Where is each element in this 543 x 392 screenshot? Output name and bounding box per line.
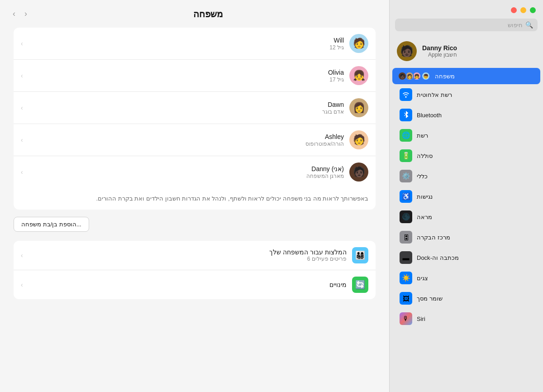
feature-icon: 👨‍👩‍👧‍👦 bbox=[352, 247, 368, 263]
feature-name: מינויים bbox=[329, 281, 347, 288]
member-info: Will גיל 12 bbox=[329, 37, 344, 51]
sidebar-item-siri[interactable]: Siri 🎙 bbox=[392, 309, 540, 329]
nav-icon: ▬ bbox=[400, 251, 412, 264]
chevron-left-icon: ‹ bbox=[21, 72, 23, 79]
member-name: Will bbox=[329, 37, 344, 44]
chevron-left-icon: ‹ bbox=[21, 136, 23, 143]
sidebar-item-מרכז-הבקרה[interactable]: מרכז הבקרה 🎛 bbox=[392, 227, 540, 247]
nav-item-label: כללי bbox=[417, 173, 428, 180]
member-age: אדם בוגר bbox=[322, 109, 344, 115]
feature-sub: 6 פריטים פעילים bbox=[269, 256, 347, 262]
sidebar-item-משפחה[interactable]: משפחה 👦 👧 👩 🧑🏿 bbox=[392, 68, 540, 84]
member-name: Dawn bbox=[322, 101, 344, 108]
search-bar[interactable]: 🔍 חיפוש bbox=[395, 19, 538, 31]
feature-icon: 🔄 bbox=[352, 277, 368, 293]
nav-icon: ♿ bbox=[400, 190, 412, 203]
member-row[interactable]: ‹ Olivia גיל 17 👧 bbox=[14, 60, 376, 92]
member-age: הורה/אפוטרופוס bbox=[305, 141, 344, 147]
nav-item-label: Siri bbox=[417, 316, 425, 322]
chevron-left-icon: ‹ bbox=[21, 40, 23, 47]
maximize-button[interactable] bbox=[530, 7, 536, 13]
main-panel: ‹ › משפחה ‹ Will גיל 12 🧑 ‹ Olivia גיל 1… bbox=[0, 0, 389, 392]
nav-item-label: מרכז הבקרה bbox=[417, 234, 450, 241]
nav-item-label: מראה bbox=[417, 214, 432, 220]
member-row[interactable]: ‹ Ashley הורה/אפוטרופוס 🧑 bbox=[14, 124, 376, 156]
member-name: Olivia bbox=[328, 69, 344, 76]
nav-item-label: רשת אלחוטית bbox=[417, 91, 452, 98]
nav-forward-button[interactable]: › bbox=[21, 7, 31, 20]
nav-icon: 🌑 bbox=[400, 210, 412, 223]
member-name: Ashley bbox=[305, 133, 344, 140]
member-row[interactable]: ‹ Will גיל 12 🧑 bbox=[14, 28, 376, 60]
bluetooth-icon bbox=[400, 109, 412, 121]
sidebar-item-מכתבה-וה-dock[interactable]: מכתבה וה-Dock ▬ bbox=[392, 248, 540, 268]
add-member-button[interactable]: הוספת בן/בת משפחה... bbox=[14, 217, 89, 232]
nav-icon: ⚙️ bbox=[400, 170, 412, 182]
sidebar-item-צגים[interactable]: צגים ☀️ bbox=[392, 268, 540, 288]
member-age: גיל 12 bbox=[329, 44, 344, 51]
search-icon: 🔍 bbox=[525, 21, 533, 29]
avatar: 🧑🏿 bbox=[397, 41, 417, 61]
sidebar-item-כללי[interactable]: כללי ⚙️ bbox=[392, 166, 540, 186]
feature-row[interactable]: ‹ המלצות עבור המשפחה שלך 6 פריטים פעילים… bbox=[14, 241, 376, 270]
member-info: Olivia גיל 17 bbox=[328, 69, 344, 83]
chevron-left-icon: ‹ bbox=[21, 104, 23, 111]
member-info: Danny (אני) מארגן המשפחה bbox=[306, 165, 344, 179]
nav-item-label: צגים bbox=[417, 275, 428, 282]
member-age: מארגן המשפחה bbox=[306, 173, 344, 179]
user-profile: Danny Rico חשבון Apple 🧑🏿 bbox=[390, 37, 543, 66]
nav-back-button[interactable]: ‹ bbox=[9, 7, 19, 20]
profile-sub: חשבון Apple bbox=[422, 52, 457, 58]
features-card: ‹ המלצות עבור המשפחה שלך 6 פריטים פעילים… bbox=[14, 241, 376, 299]
feature-info: מינויים bbox=[329, 281, 347, 288]
chevron-left-icon: ‹ bbox=[21, 281, 23, 288]
nav-item-label: רשת bbox=[417, 132, 428, 139]
nav-item-label: Bluetooth bbox=[417, 112, 442, 119]
profile-name: Danny Rico bbox=[422, 44, 457, 52]
member-row[interactable]: ‹ Dawn אדם בוגר 👩 bbox=[14, 92, 376, 124]
profile-info: Danny Rico חשבון Apple bbox=[422, 44, 457, 58]
close-button[interactable] bbox=[511, 7, 517, 13]
member-row[interactable]: ‹ Danny (אני) מארגן המשפחה 🧑🏿 bbox=[14, 156, 376, 188]
nav-icon: 🎛 bbox=[400, 231, 412, 244]
sidebar-item-רשת[interactable]: רשת 🌐 bbox=[392, 125, 540, 145]
chevron-left-icon: ‹ bbox=[21, 252, 23, 259]
family-info-text: באפשרותך לראות מה בני משפחה יכולים לראות… bbox=[14, 188, 376, 210]
feature-info: המלצות עבור המשפחה שלך 6 פריטים פעילים bbox=[269, 249, 347, 262]
feature-row[interactable]: ‹ מינויים 🔄 bbox=[14, 270, 376, 299]
member-age: גיל 17 bbox=[328, 76, 344, 83]
title-bar: ‹ › משפחה bbox=[0, 0, 389, 28]
nav-item-label: משפחה bbox=[435, 73, 455, 80]
page-title: משפחה bbox=[36, 9, 380, 19]
member-avatar: 🧑🏿 bbox=[349, 163, 368, 182]
chevron-left-icon: ‹ bbox=[21, 168, 23, 176]
sidebar-item-מראה[interactable]: מראה 🌑 bbox=[392, 207, 540, 227]
sidebar: 🔍 חיפוש Danny Rico חשבון Apple 🧑🏿 משפחה … bbox=[389, 0, 543, 392]
member-name: Danny (אני) bbox=[306, 165, 344, 172]
nav-item-label: שומר מסך bbox=[417, 295, 443, 302]
siri-icon: 🎙 bbox=[400, 312, 412, 325]
member-info: Dawn אדם בוגר bbox=[322, 101, 344, 115]
nav-icon: 🔋 bbox=[400, 149, 412, 162]
sidebar-item-bluetooth[interactable]: Bluetooth bbox=[392, 105, 540, 125]
sidebar-nav: משפחה 👦 👧 👩 🧑🏿 רשת אלחוטית Bluetooth רשת… bbox=[390, 66, 543, 392]
wifi-icon bbox=[400, 88, 412, 101]
content-area: ‹ Will גיל 12 🧑 ‹ Olivia גיל 17 👧 ‹ Dawn… bbox=[0, 28, 389, 392]
nav-icon: 🖼 bbox=[400, 292, 412, 305]
member-avatar: 🧑 bbox=[349, 34, 368, 53]
search-placeholder: חיפוש bbox=[400, 22, 523, 29]
minimize-button[interactable] bbox=[520, 7, 526, 13]
nav-controls: ‹ › bbox=[9, 7, 31, 20]
members-card: ‹ Will גיל 12 🧑 ‹ Olivia גיל 17 👧 ‹ Dawn… bbox=[14, 28, 376, 210]
window-controls bbox=[390, 7, 543, 19]
family-avatars: 👦 👧 👩 🧑🏿 bbox=[400, 72, 430, 81]
sidebar-item-שומר-מסך[interactable]: שומר מסך 🖼 bbox=[392, 288, 540, 308]
sidebar-item-סוללה[interactable]: סוללה 🔋 bbox=[392, 146, 540, 166]
sidebar-item-רשת-אלחוטית[interactable]: רשת אלחוטית bbox=[392, 85, 540, 105]
sidebar-item-נגישות[interactable]: נגישות ♿ bbox=[392, 186, 540, 206]
member-info: Ashley הורה/אפוטרופוס bbox=[305, 133, 344, 147]
nav-icon: 🌐 bbox=[400, 129, 412, 142]
nav-item-label: סוללה bbox=[417, 153, 433, 159]
feature-name: המלצות עבור המשפחה שלך bbox=[269, 249, 347, 256]
member-avatar: 👧 bbox=[349, 66, 368, 85]
